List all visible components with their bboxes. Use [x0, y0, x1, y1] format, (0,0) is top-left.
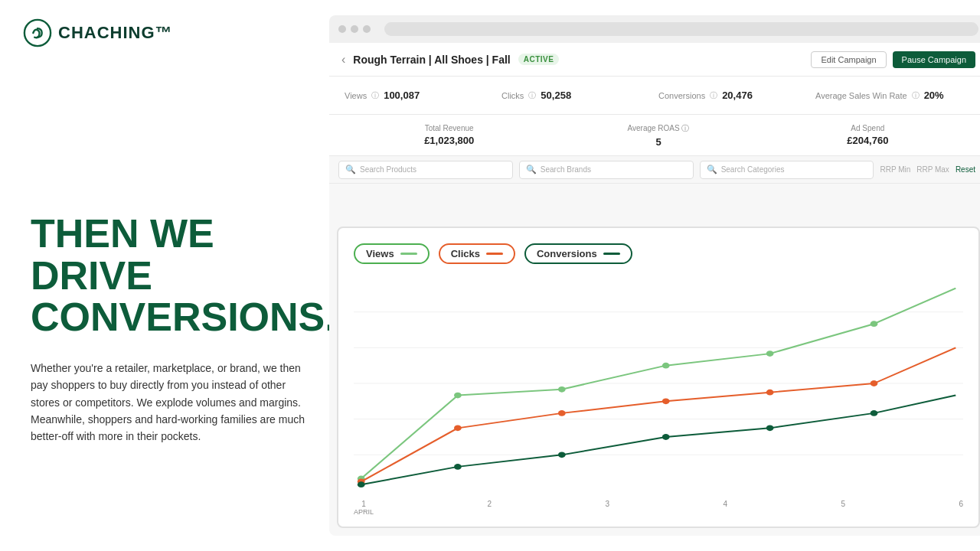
views-dot-4 — [662, 363, 670, 369]
x-label-3: 3 — [605, 500, 609, 516]
stat-views-label: Views — [345, 91, 367, 100]
stat-win-rate: Average Sales Win Rate ⓘ 20% — [815, 90, 972, 101]
header-buttons: Edit Campaign Pause Campaign — [811, 51, 975, 68]
campaign-title: Rough Terrain | All Shoes | Fall — [353, 54, 510, 66]
stat-conversions-label: Conversions — [658, 91, 705, 100]
search-products[interactable]: 🔍 Search Products — [338, 161, 513, 179]
hero-description: Whether you're a retailer, marketplace, … — [31, 360, 306, 445]
legend-conversions-label: Conversions — [537, 248, 597, 259]
stat-views-info: ⓘ — [371, 90, 379, 101]
clicks-dot-5 — [766, 390, 774, 396]
svg-point-0 — [24, 20, 51, 46]
back-arrow-icon[interactable]: ‹ — [341, 53, 345, 67]
rrp-max-label: RRP Max — [916, 165, 949, 174]
logo-area: CHACHING™ — [23, 18, 173, 47]
stat-clicks-value: 50,258 — [541, 90, 571, 101]
logo-icon — [23, 18, 52, 47]
stat-conversions: Conversions ⓘ 20,476 — [658, 90, 815, 101]
conversions-dot-6 — [871, 410, 878, 416]
chart-legend: Views Clicks Conversions — [354, 243, 963, 264]
stat-win-rate-label: Average Sales Win Rate — [815, 91, 907, 100]
revenue-total: Total Revenue £1,023,800 — [345, 124, 554, 146]
main-heading: THEN WE DRIVE CONVERSIONS. — [31, 213, 306, 338]
views-dot-2 — [454, 393, 462, 399]
x-label-6: 6 — [959, 500, 963, 516]
revenue-total-value: £1,023,800 — [424, 135, 474, 146]
legend-clicks-button[interactable]: Clicks — [439, 243, 515, 264]
revenue-adspend: Ad Spend £204,760 — [763, 124, 972, 146]
search-brands-placeholder: Search Brands — [541, 165, 591, 174]
rrp-min-label: RRP Min — [880, 165, 910, 174]
views-dot-6 — [871, 321, 878, 327]
x-label-4: 4 — [723, 500, 727, 516]
legend-clicks-line — [486, 253, 503, 255]
dashboard: ‹ Rough Terrain | All Shoes | Fall ACTIV… — [329, 43, 980, 536]
stat-clicks-label: Clicks — [501, 91, 524, 100]
legend-clicks-label: Clicks — [451, 248, 480, 259]
search-products-icon: 🔍 — [345, 165, 356, 174]
pause-campaign-button[interactable]: Pause Campaign — [893, 51, 975, 68]
revenue-adspend-label: Ad Spend — [851, 124, 884, 132]
conversions-dot-1 — [358, 481, 365, 487]
reset-label[interactable]: Reset — [956, 165, 975, 174]
conversions-dot-4 — [662, 434, 670, 440]
revenue-roas: Average ROAS ⓘ 5 — [554, 123, 763, 148]
logo-text: CHACHING™ — [58, 23, 173, 43]
browser-dot-1 — [338, 25, 346, 33]
chart-svg — [354, 276, 963, 491]
revenue-roas-value: 5 — [655, 136, 661, 148]
conversions-dot-2 — [454, 464, 462, 470]
dash-header: ‹ Rough Terrain | All Shoes | Fall ACTIV… — [329, 43, 980, 77]
stat-clicks-info: ⓘ — [528, 90, 536, 101]
stat-win-rate-info: ⓘ — [912, 90, 920, 101]
chart-container: Views Clicks Conversions — [337, 227, 980, 528]
x-label-5: 5 — [841, 500, 845, 516]
url-bar — [384, 22, 978, 36]
conversions-dot-5 — [766, 425, 774, 431]
search-categories[interactable]: 🔍 Search Categories — [700, 161, 874, 179]
clicks-dot-6 — [871, 380, 878, 386]
legend-views-button[interactable]: Views — [354, 243, 430, 264]
stat-clicks: Clicks ⓘ 50,258 — [501, 90, 658, 101]
stats-row: Views ⓘ 100,087 Clicks ⓘ 50,258 Conversi… — [329, 77, 980, 115]
clicks-dot-4 — [662, 398, 670, 404]
filter-labels: RRP Min RRP Max Reset — [880, 165, 975, 174]
legend-views-line — [400, 253, 417, 255]
conversions-dot-3 — [558, 452, 566, 458]
revenue-roas-label: Average ROAS ⓘ — [628, 123, 690, 134]
legend-views-label: Views — [366, 248, 394, 259]
views-dot-5 — [766, 350, 774, 357]
stat-win-rate-value: 20% — [924, 90, 944, 101]
search-categories-icon: 🔍 — [707, 165, 717, 174]
edit-campaign-button[interactable]: Edit Campaign — [811, 51, 886, 68]
stat-conversions-value: 20,476 — [722, 90, 753, 101]
revenue-row: Total Revenue £1,023,800 Average ROAS ⓘ … — [329, 115, 980, 156]
browser-chrome — [329, 15, 980, 43]
search-products-placeholder: Search Products — [360, 165, 416, 174]
browser-dot-2 — [351, 25, 358, 33]
revenue-total-label: Total Revenue — [425, 124, 474, 132]
stat-conversions-info: ⓘ — [710, 90, 717, 101]
x-axis-labels: 1 APRIL 2 3 4 5 6 — [354, 500, 963, 516]
left-panel: CHACHING™ THEN WE DRIVE CONVERSIONS. Whe… — [0, 0, 322, 551]
clicks-dot-2 — [454, 425, 462, 431]
stat-views: Views ⓘ 100,087 — [345, 90, 501, 101]
search-row: 🔍 Search Products 🔍 Search Brands 🔍 Sear… — [329, 156, 980, 184]
search-categories-placeholder: Search Categories — [721, 165, 785, 174]
x-label-2: 2 — [487, 500, 492, 516]
revenue-adspend-value: £204,760 — [847, 135, 888, 146]
legend-conversions-line — [603, 253, 620, 255]
active-badge: ACTIVE — [518, 54, 560, 65]
search-brands-icon: 🔍 — [526, 165, 537, 174]
legend-conversions-button[interactable]: Conversions — [524, 243, 632, 264]
clicks-dot-3 — [558, 410, 566, 416]
conversions-line — [361, 396, 956, 485]
search-brands[interactable]: 🔍 Search Brands — [519, 161, 694, 179]
browser-dot-3 — [363, 25, 371, 33]
x-label-1: 1 APRIL — [354, 500, 374, 516]
right-panel: ‹ Rough Terrain | All Shoes | Fall ACTIV… — [329, 15, 980, 536]
views-dot-3 — [558, 386, 566, 393]
stat-views-value: 100,087 — [384, 90, 420, 101]
